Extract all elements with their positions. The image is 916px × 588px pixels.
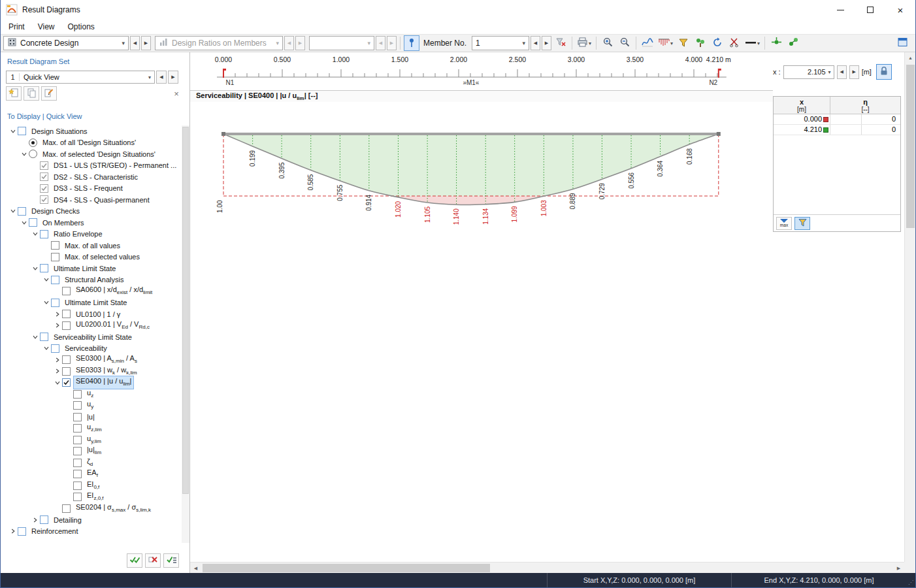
tree-item-label[interactable]: Ultimate Limit State [52, 264, 118, 273]
member-no-combo[interactable]: 1 ▾ [472, 36, 529, 50]
menu-options[interactable]: Options [67, 22, 94, 31]
prev-result-button[interactable]: ◀ [284, 36, 294, 50]
tree-item[interactable]: DS2 - SLS - Characteristic [1, 171, 181, 183]
tree-item-label[interactable]: ζd [85, 457, 95, 469]
chevron-down-icon[interactable] [42, 275, 51, 284]
clear-member-filter-button[interactable] [553, 35, 568, 51]
table-row[interactable]: 4.2100 [774, 125, 900, 135]
tree-item-label[interactable]: DS2 - SLS - Characteristic [52, 172, 140, 182]
tree-item[interactable]: ζd [1, 457, 181, 469]
checkbox[interactable] [62, 287, 71, 295]
radio-button[interactable] [29, 150, 37, 158]
dock-panel-button[interactable] [894, 35, 910, 51]
checkbox[interactable] [73, 436, 82, 444]
checkbox[interactable] [62, 310, 71, 318]
next-member-button[interactable]: ▶ [542, 36, 551, 50]
checkbox[interactable] [18, 207, 26, 216]
chevron-right-icon[interactable] [53, 321, 62, 330]
zoom-out-button[interactable] [617, 35, 632, 51]
tree-item[interactable]: Serviceability [1, 343, 181, 355]
tree-item[interactable]: SE0204 | σs,max / σs,lim,k [1, 503, 181, 515]
checkbox[interactable] [51, 344, 59, 353]
chevron-down-icon[interactable] [31, 333, 40, 342]
regenerate-button[interactable] [710, 35, 725, 51]
design-type-combo[interactable]: Concrete Design ▾ [3, 36, 129, 50]
checkbox[interactable] [51, 253, 59, 261]
tree-item-label[interactable]: Max. of selected 'Design Situations' [41, 150, 157, 159]
tree-item[interactable]: Detailing [1, 514, 181, 526]
extreme-values-button[interactable]: max [776, 217, 792, 230]
vertical-scrollbar[interactable]: ▲ ▼ [904, 52, 915, 573]
chevron-down-icon[interactable] [31, 229, 40, 238]
chevron-down-icon[interactable] [42, 298, 51, 307]
tree-item-label[interactable]: SE0400 | |u / ulim| [74, 376, 133, 389]
checkbox[interactable] [73, 413, 82, 421]
tree-item[interactable]: UL0200.01 | VEd / VRd,c [1, 320, 181, 332]
tree-item[interactable]: uz,lim [1, 423, 181, 434]
tree-item[interactable]: DS1 - ULS (STR/GEO) - Permanent ... [1, 160, 181, 172]
resize-grip[interactable]: ⋰ [906, 573, 915, 587]
tree-item-label[interactable]: Reinforcement [29, 527, 80, 536]
smooth-results-button[interactable] [640, 35, 655, 51]
chevron-down-icon[interactable] [20, 150, 29, 159]
checkbox[interactable] [29, 218, 37, 227]
tree-item-label[interactable]: Design Checks [29, 206, 82, 216]
tree-item[interactable]: Max. of selected 'Design Situations' [1, 148, 181, 160]
close-button[interactable]: × [885, 0, 915, 20]
filter-values-button[interactable] [794, 217, 810, 230]
tree-item-label[interactable]: Max. of all values [63, 241, 122, 250]
tree-item[interactable]: Max. of selected values [1, 252, 181, 263]
checkbox[interactable] [62, 321, 71, 330]
tree-item[interactable]: |u|lim [1, 446, 181, 457]
checkbox[interactable] [73, 390, 82, 399]
new-set-button[interactable] [6, 86, 22, 101]
checkbox[interactable] [62, 378, 71, 387]
check-all-button[interactable] [127, 553, 142, 568]
tree-item[interactable]: Max. of all values [1, 240, 181, 252]
trim-diagram-button[interactable] [727, 35, 742, 51]
next-result-button[interactable]: ▶ [295, 36, 305, 50]
radio-button[interactable] [29, 139, 37, 147]
tree-item-label[interactable]: DS1 - ULS (STR/GEO) - Permanent ... [52, 161, 178, 170]
minimize-button[interactable] [825, 0, 855, 20]
edit-set-button[interactable] [41, 86, 57, 101]
chevron-down-icon[interactable] [31, 264, 40, 273]
tree-item[interactable]: Ratio Envelope [1, 229, 181, 240]
tree-item-label[interactable]: |u| [85, 412, 97, 421]
chevron-right-icon[interactable] [53, 310, 62, 319]
tree-item[interactable]: EI0,f [1, 480, 181, 492]
pin-member-button[interactable] [404, 35, 419, 51]
chevron-down-icon[interactable] [42, 344, 51, 353]
checkbox[interactable] [51, 241, 59, 250]
tree-item-label[interactable]: uy [85, 399, 95, 412]
tree-item[interactable]: SE0300 | As,min / As [1, 354, 181, 366]
result-values-button[interactable]: ▾ [657, 35, 674, 51]
tree-item-label[interactable]: UL0100 | 1 / γ [74, 310, 122, 319]
chevron-down-icon[interactable] [53, 378, 62, 387]
checkbox[interactable] [73, 470, 82, 478]
tree-item[interactable]: EAf [1, 468, 181, 480]
next-set-button[interactable]: ▶ [168, 71, 178, 84]
horizontal-scrollbar[interactable]: ◀ ▶ [190, 562, 904, 573]
tree-item-label[interactable]: uz,lim [85, 422, 104, 434]
checkbox[interactable] [51, 276, 59, 284]
tree-item-label[interactable]: Serviceability Limit State [52, 333, 134, 342]
checkbox[interactable] [40, 333, 48, 341]
checkbox[interactable] [73, 401, 82, 410]
checkbox[interactable] [73, 447, 82, 455]
maximize-button[interactable] [855, 0, 885, 20]
scroll-up-icon[interactable]: ▲ [905, 52, 915, 63]
tree-item[interactable]: UL0100 | 1 / γ [1, 308, 181, 320]
checkbox[interactable] [73, 424, 82, 433]
result-diagram-set-combo[interactable]: 1 Quick View ▾ [6, 71, 155, 84]
tree-item-label[interactable]: SE0204 | σs,max / σs,lim,k [74, 502, 153, 515]
chevron-down-icon[interactable] [8, 127, 18, 136]
tree-scrollbar-thumb[interactable] [182, 127, 189, 494]
member-values-button[interactable] [785, 35, 801, 51]
chevron-right-icon[interactable] [53, 367, 62, 376]
default-selection-button[interactable] [163, 553, 179, 568]
tree-item[interactable]: SE0303 | wk / wk,lim [1, 366, 181, 378]
copy-set-button[interactable] [24, 86, 39, 101]
tree-item-label[interactable]: SE0300 | As,min / As [74, 353, 139, 366]
tree-item[interactable]: uy,lim [1, 434, 181, 446]
